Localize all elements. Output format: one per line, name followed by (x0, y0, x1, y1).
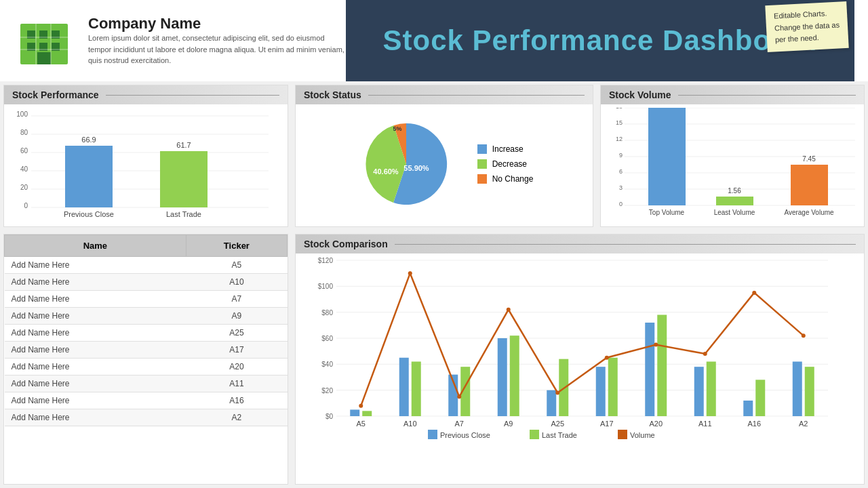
table-cell-name: Add Name Here (5, 375, 186, 392)
stock-comparison-panel: Stock Comparison $0$20$40$60$80$100$120A… (295, 234, 865, 485)
legend-color-nochange (477, 174, 487, 184)
legend-color-decrease (477, 159, 487, 169)
svg-text:12: 12 (616, 136, 623, 142)
svg-text:A2: A2 (799, 420, 808, 428)
svg-text:55.90%: 55.90% (403, 164, 429, 172)
table-cell-name: Add Name Here (5, 392, 186, 409)
svg-text:3: 3 (619, 184, 623, 191)
legend-decrease: Decrease (477, 159, 534, 169)
svg-text:A16: A16 (747, 420, 761, 428)
table-cell-ticker: A11 (186, 375, 287, 392)
svg-text:A11: A11 (698, 420, 712, 428)
table-cell-name: Add Name Here (5, 291, 186, 308)
table-row: Add Name HereA9 (5, 308, 288, 325)
svg-text:$100: $100 (318, 283, 334, 290)
table-row: Add Name HereA20 (5, 359, 288, 375)
svg-rect-89 (805, 367, 814, 416)
svg-rect-114 (618, 430, 627, 439)
legend-increase: Increase (477, 144, 534, 154)
table-cell-ticker: A16 (186, 392, 287, 409)
svg-text:100: 100 (16, 110, 28, 118)
svg-text:20: 20 (20, 184, 28, 191)
pie-chart-container: 55.90% 40.60% 5% Increase Decrease No Ch… (296, 104, 593, 223)
svg-text:40: 40 (20, 165, 28, 173)
table-cell-ticker: A25 (186, 325, 287, 342)
stock-status-panel: Stock Status (295, 85, 593, 227)
svg-rect-88 (755, 380, 765, 416)
svg-point-99 (802, 333, 806, 338)
svg-text:Previous Close: Previous Close (440, 431, 490, 439)
svg-text:$40: $40 (321, 361, 333, 368)
svg-rect-79 (793, 362, 802, 417)
company-name: Company Name (88, 15, 346, 33)
pie-legend: Increase Decrease No Change (477, 144, 534, 184)
table-row: Add Name HereA16 (5, 392, 288, 409)
legend-color-increase (477, 144, 487, 154)
dashboard-title: Stock Performance Dashboard (383, 24, 818, 57)
svg-text:$80: $80 (321, 309, 333, 317)
name-ticker-table: Name Ticker Add Name HereA5Add Name Here… (4, 235, 288, 426)
svg-text:Average Volume: Average Volume (784, 209, 834, 216)
svg-text:Top Volume: Top Volume (649, 209, 685, 216)
comparison-chart-container: $0$20$40$60$80$100$120A5A10A7A9A25A17A20… (296, 253, 864, 453)
svg-text:Previous Close: Previous Close (64, 210, 114, 218)
table-cell-ticker: A7 (186, 291, 287, 308)
svg-text:5%: 5% (393, 125, 401, 132)
svg-text:61.7: 61.7 (176, 141, 191, 149)
table-cell-name: Add Name Here (5, 325, 186, 342)
editable-note: Editable Charts.Change the data asper th… (765, 1, 848, 52)
svg-text:Last Trade: Last Trade (542, 431, 577, 439)
svg-point-93 (507, 308, 511, 312)
svg-text:60: 60 (20, 147, 28, 155)
svg-point-98 (752, 291, 756, 295)
svg-rect-86 (657, 315, 667, 417)
stock-performance-panel: Stock Performance 0 20 40 60 80 100 6 (3, 85, 288, 227)
svg-rect-74 (547, 390, 556, 416)
table-row: Add Name HereA2 (5, 409, 288, 426)
svg-rect-53 (791, 165, 828, 205)
company-logo (14, 10, 75, 71)
svg-text:$20: $20 (321, 387, 333, 394)
svg-point-92 (457, 394, 461, 399)
svg-text:Least Volume: Least Volume (714, 209, 755, 216)
table-row: Add Name HereA7 (5, 291, 288, 308)
legend-nochange: No Change (477, 174, 534, 184)
svg-text:66.9: 66.9 (81, 136, 96, 144)
company-info: Company Name Lorem ipsum dolor sit amet,… (88, 15, 346, 66)
svg-rect-85 (608, 358, 618, 416)
stock-status-header: Stock Status (296, 85, 593, 104)
svg-text:1.56: 1.56 (728, 187, 741, 195)
svg-rect-83 (510, 336, 519, 416)
svg-rect-77 (694, 367, 704, 416)
svg-text:6: 6 (619, 168, 623, 175)
svg-rect-112 (530, 430, 539, 439)
table-row: Add Name HereA10 (5, 274, 288, 291)
svg-point-96 (654, 343, 658, 347)
svg-rect-47 (648, 108, 686, 205)
svg-text:A9: A9 (504, 420, 513, 428)
header: Company Name Lorem ipsum dolor sit amet,… (0, 0, 868, 81)
svg-rect-27 (160, 151, 208, 207)
table-cell-ticker: A2 (186, 409, 287, 426)
table-row: Add Name HereA11 (5, 375, 288, 392)
svg-text:$0: $0 (326, 413, 334, 420)
table-cell-name: Add Name Here (5, 274, 186, 291)
svg-point-97 (703, 352, 707, 356)
table-header-name: Name (5, 235, 186, 257)
svg-rect-7 (37, 52, 51, 64)
stock-comparison-header: Stock Comparison (296, 235, 864, 253)
svg-text:A5: A5 (357, 420, 366, 428)
svg-rect-76 (645, 323, 654, 416)
stock-volume-panel: Stock Volume 0 3 6 9 12 15 18 (600, 85, 865, 227)
table-cell-ticker: A20 (186, 359, 287, 375)
svg-text:40.60%: 40.60% (373, 167, 399, 176)
volume-chart-container: 0 3 6 9 12 15 18 18.26 Top Volume (601, 104, 864, 222)
svg-text:A20: A20 (649, 420, 663, 428)
name-ticker-panel: Name Ticker Add Name HereA5Add Name Here… (3, 234, 288, 485)
stock-performance-header: Stock Performance (4, 85, 288, 104)
svg-rect-71 (399, 358, 409, 416)
svg-text:0: 0 (24, 202, 28, 209)
svg-text:A25: A25 (551, 420, 564, 428)
svg-rect-75 (596, 367, 606, 416)
svg-text:$120: $120 (318, 257, 334, 264)
